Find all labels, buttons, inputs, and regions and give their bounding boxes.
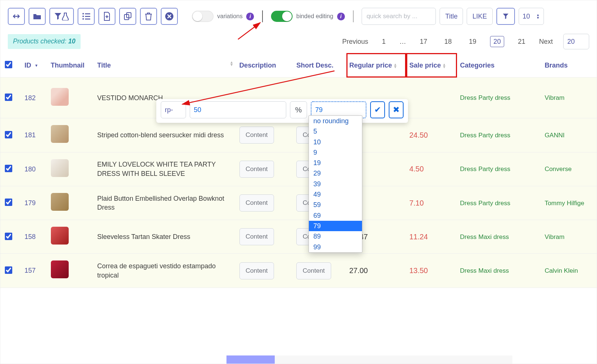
rounding-dropdown[interactable]: no rounding5109192939495969798999 [309,115,362,253]
row-id[interactable]: 158 [25,233,36,240]
list-button[interactable] [78,8,95,25]
row-id[interactable]: 180 [25,165,36,173]
search-input[interactable] [362,8,436,25]
folder-button[interactable] [29,8,46,25]
brand-link[interactable]: GANNI [545,132,565,139]
desc-content-button[interactable]: Content [239,262,274,279]
select-all[interactable] [5,61,12,68]
category-link[interactable]: Party dress [479,200,510,207]
goto-page-input[interactable] [563,34,589,49]
desc-content-button[interactable]: Content [239,127,274,144]
page-link[interactable]: 17 [417,36,431,47]
bulk-unit[interactable]: % [290,101,307,118]
brand-link[interactable]: Vibram [545,94,565,101]
page-link[interactable]: 19 [466,36,480,47]
row-id[interactable]: 181 [25,131,36,139]
thumbnail[interactable] [51,125,69,143]
page-link[interactable]: 18 [441,36,455,47]
shortdesc-content-button[interactable]: Content [296,262,331,279]
info-icon[interactable]: i [337,13,345,20]
filter-button[interactable] [496,8,515,25]
page-link[interactable]: 1 [379,36,389,47]
sale-price[interactable] [406,78,457,118]
row-checkbox[interactable] [5,233,12,240]
brand-link[interactable]: Tommy Hilfige [545,200,584,207]
cancel-button[interactable]: ✖ [389,101,404,118]
category-link[interactable]: Party dress [479,94,510,101]
bulk-value-input[interactable] [190,101,286,118]
brand-link[interactable]: Calvin Klein [545,267,578,274]
dropdown-option[interactable]: 59 [309,200,362,210]
swap-button[interactable] [8,8,25,25]
row-id[interactable]: 179 [25,199,36,207]
filter-flask-button[interactable] [49,8,74,25]
apply-button[interactable]: ✔ [370,101,385,118]
prev-page[interactable]: Previous [342,37,368,46]
brand-link[interactable]: Converse [545,165,572,173]
search-field-select[interactable]: Title [440,8,463,25]
row-title[interactable]: Sleeveless Tartan Skater Dress [94,220,236,254]
dropdown-option[interactable]: 19 [309,158,362,168]
sale-price[interactable]: 24.50 [406,118,457,152]
category-link[interactable]: Maxi dress [479,267,509,274]
add-file-button[interactable] [98,8,115,25]
desc-content-button[interactable]: Content [239,228,274,245]
row-checkbox[interactable] [5,199,12,206]
search-operator-select[interactable]: LIKE [467,8,492,25]
category-link[interactable]: Dress [460,267,476,274]
row-id[interactable]: 182 [25,94,36,102]
row-checkbox[interactable] [5,94,12,101]
dropdown-option[interactable]: 10 [309,137,362,147]
dropdown-option[interactable]: 79 [309,221,362,231]
regular-price[interactable]: 27.00 [346,254,407,288]
th-regprice[interactable]: Regular price▲▼ [346,53,407,78]
thumbnail[interactable] [51,227,69,245]
dropdown-option[interactable]: 69 [309,210,362,221]
dropdown-option[interactable]: 49 [309,189,362,200]
row-checkbox[interactable] [5,131,12,138]
binded-toggle[interactable] [271,11,293,22]
copy-button[interactable] [119,8,136,25]
thumbnail[interactable] [51,159,69,177]
sale-price[interactable]: 11.24 [406,220,457,254]
th-id[interactable]: ID ▼ [22,53,48,78]
row-checkbox[interactable] [5,266,12,274]
row-title[interactable]: Correa de espagueti vestido estampado tr… [94,254,236,288]
sale-price[interactable]: 4.50 [406,152,457,186]
row-title[interactable]: Plaid Button Embellished Overlap Bowknot… [94,186,236,220]
page-link[interactable]: 21 [515,36,529,47]
category-link[interactable]: Party dress [479,132,510,139]
thumbnail[interactable] [51,88,69,106]
thumbnail[interactable] [51,193,69,211]
dropdown-option[interactable]: no rounding [309,116,362,126]
dropdown-option[interactable]: 89 [309,231,362,242]
row-id[interactable]: 157 [25,267,36,274]
category-link[interactable]: Dress [460,233,476,240]
sale-price[interactable]: 13.50 [406,254,457,288]
th-saleprice[interactable]: Sale price▲▼ [406,53,457,78]
row-checkbox[interactable] [5,165,12,172]
category-link[interactable]: Dress [460,200,476,207]
page-link-current[interactable]: 20 [490,36,504,47]
category-link[interactable]: Party dress [479,165,510,173]
dropdown-option[interactable]: 5 [309,126,362,137]
brand-link[interactable]: Vibram [545,233,565,240]
dropdown-option[interactable]: 9 [309,147,362,158]
horizontal-scrollbar[interactable] [226,355,512,364]
category-link[interactable]: Dress [460,132,476,139]
dropdown-option[interactable]: 99 [309,242,362,252]
th-title[interactable]: Title▲▼ [94,53,236,78]
dropdown-option[interactable]: 39 [309,179,362,189]
sale-price[interactable]: 7.10 [406,186,457,220]
page-size-select[interactable]: 10▲▼ [519,8,544,25]
thumbnail[interactable] [51,260,69,278]
bulk-op-input[interactable] [161,101,186,118]
variations-toggle[interactable] [192,11,213,22]
desc-content-button[interactable]: Content [239,161,274,178]
category-link[interactable]: Maxi dress [479,233,509,240]
row-title[interactable]: Striped cotton-blend seersucker midi dre… [94,118,236,152]
clear-button[interactable] [161,8,178,25]
category-link[interactable]: Dress [460,94,476,101]
dropdown-option[interactable]: 29 [309,168,362,178]
category-link[interactable]: Dress [460,165,476,173]
